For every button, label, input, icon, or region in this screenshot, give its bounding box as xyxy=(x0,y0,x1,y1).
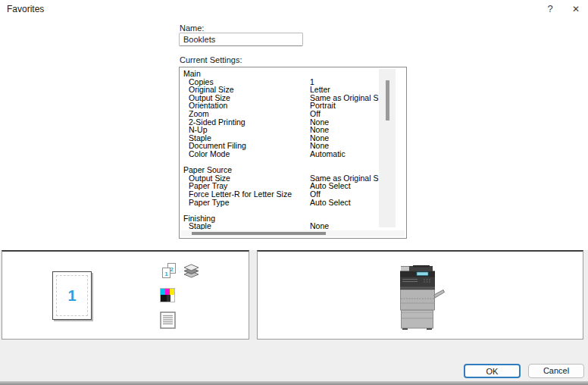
settings-row: N-UpNone xyxy=(183,126,405,134)
title-bar: Favorites ? ✕ xyxy=(0,0,588,18)
document-icon xyxy=(160,311,176,332)
two-sided-pages-icon: 2 1 xyxy=(161,262,178,283)
setting-label: Paper Type xyxy=(183,199,230,207)
settings-list-content: MainCopies1Original SizeLetterOutput Siz… xyxy=(183,70,405,230)
ok-button[interactable]: OK xyxy=(464,364,521,378)
page-thumbnail: 1 xyxy=(52,271,92,320)
settings-group-title: Finishing xyxy=(183,214,405,223)
settings-row: ZoomOff xyxy=(183,110,405,118)
button-bar: OK Cancel xyxy=(0,340,588,381)
setting-value: Off xyxy=(310,190,321,199)
favorites-dialog: Favorites ? ✕ Name: Current Settings: Ma… xyxy=(0,0,588,385)
setting-label: Force Letter-R for Letter Size xyxy=(183,190,292,199)
vertical-scrollbar[interactable] xyxy=(379,69,396,227)
window-title: Favorites xyxy=(7,4,44,14)
svg-text:1: 1 xyxy=(164,271,168,277)
setting-label: Color Mode xyxy=(183,150,230,158)
settings-listbox[interactable]: MainCopies1Original SizeLetterOutput Siz… xyxy=(179,67,407,239)
cancel-button[interactable]: Cancel xyxy=(528,364,584,378)
settings-row: 2-Sided PrintingNone xyxy=(183,118,405,127)
window-bottom-edge xyxy=(0,381,588,385)
setting-label: Zoom xyxy=(183,110,209,118)
setting-value: None xyxy=(310,222,329,230)
printer-image xyxy=(399,264,446,334)
setting-label: Staple xyxy=(183,222,211,230)
paper-stack-icon xyxy=(183,264,199,282)
vertical-scrollbar-thumb[interactable] xyxy=(386,80,389,121)
settings-row: OrientationPortrait xyxy=(183,102,405,110)
preview-panel-printer xyxy=(257,250,583,340)
preview-strip: 1 2 1 xyxy=(0,250,588,340)
close-button[interactable]: ✕ xyxy=(564,0,588,18)
horizontal-scrollbar[interactable] xyxy=(181,230,405,236)
settings-row: Paper TypeAuto Select xyxy=(183,199,405,207)
preview-panel-settings: 1 2 1 xyxy=(2,250,249,340)
settings-group-title: Main xyxy=(183,70,405,78)
setting-label: Main xyxy=(183,70,201,78)
settings-blank-row xyxy=(183,206,405,214)
setting-value: Auto Select xyxy=(310,199,351,207)
name-label: Name: xyxy=(180,23,204,33)
close-icon: ✕ xyxy=(572,4,580,14)
setting-value: Off xyxy=(310,110,321,118)
help-button[interactable]: ? xyxy=(538,0,562,18)
name-input[interactable] xyxy=(179,33,303,46)
page-number: 1 xyxy=(67,287,76,305)
settings-row: StapleNone xyxy=(183,222,405,230)
color-mode-icon xyxy=(160,288,175,305)
horizontal-scrollbar-thumb[interactable] xyxy=(192,232,326,235)
settings-row: Color ModeAutomatic xyxy=(183,150,405,158)
help-icon: ? xyxy=(547,3,552,14)
settings-row: Force Letter-R for Letter SizeOff xyxy=(183,190,405,199)
setting-value: Automatic xyxy=(310,150,346,158)
current-settings-label: Current Settings: xyxy=(180,55,242,64)
